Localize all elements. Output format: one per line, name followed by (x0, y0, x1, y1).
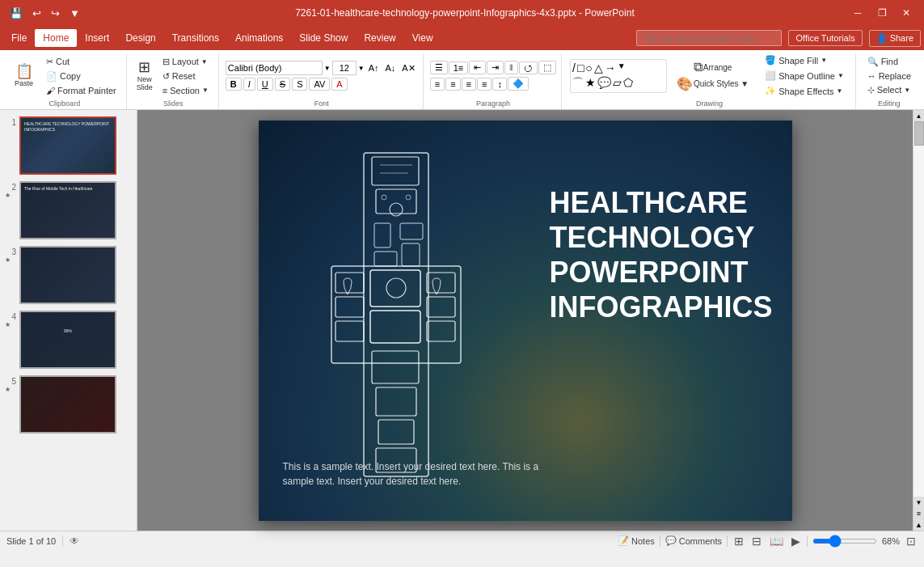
restore-button[interactable]: ❐ (871, 4, 893, 22)
convert-to-smartart-button[interactable]: 🔷 (508, 77, 529, 91)
fit-slide-button[interactable]: ⊡ (905, 535, 918, 548)
notes-button[interactable]: 📝 Notes (618, 535, 655, 546)
layout-button[interactable]: ⊟ Layout ▼ (158, 55, 213, 69)
shadow-button[interactable]: S (292, 78, 307, 91)
shape-more[interactable]: ▼ (618, 61, 626, 74)
align-left-button[interactable]: ≡ (430, 78, 445, 91)
minimize-button[interactable]: ─ (846, 4, 869, 22)
slide-sorter-button[interactable]: ⊟ (750, 535, 763, 548)
slide-thumb-1[interactable]: 1 HEALTHCARE TECHNOLOGY POWERPOINT INFOG… (5, 116, 132, 175)
bold-button[interactable]: B (226, 78, 242, 91)
scroll-more-button[interactable]: ≡ (913, 508, 924, 519)
shape-star[interactable]: ★ (585, 76, 596, 91)
align-center-button[interactable]: ≡ (445, 78, 460, 91)
shape-outline-button[interactable]: ⬜ Shape Outline ▼ (760, 69, 849, 83)
save-button[interactable]: 💾 (6, 6, 26, 21)
increase-font-button[interactable]: A↑ (366, 62, 382, 74)
increase-indent-button[interactable]: ⇥ (487, 61, 504, 74)
zoom-slider[interactable] (812, 539, 877, 544)
format-painter-button[interactable]: 🖌 Format Painter (41, 84, 121, 97)
normal-view-button[interactable]: ⊞ (732, 535, 745, 548)
shape-triangle[interactable]: △ (594, 61, 603, 74)
shape-rect[interactable]: □ (577, 61, 584, 74)
collapse-panel-button[interactable]: ▲ (913, 519, 924, 531)
slide-preview-3[interactable] (19, 246, 116, 304)
copy-button[interactable]: 📄 Copy (41, 70, 121, 83)
menu-file[interactable]: File (3, 29, 35, 47)
shape-curve[interactable]: ⌒ (572, 76, 584, 91)
find-button[interactable]: 🔍 Find (863, 55, 916, 69)
slide-thumb-4[interactable]: 4 ★ 99% (5, 311, 132, 369)
office-tutorials-button[interactable]: Office Tutorials (788, 30, 862, 46)
slideshow-button[interactable]: ▶ (790, 535, 802, 548)
char-spacing-button[interactable]: AV (309, 78, 330, 91)
replace-button[interactable]: ↔ Replace (863, 70, 916, 83)
share-button[interactable]: 👤 Share (869, 30, 921, 47)
slide-thumb-3[interactable]: 3 ★ (5, 246, 132, 304)
slide-preview-5[interactable] (19, 375, 116, 434)
font-name-input[interactable] (226, 61, 323, 75)
bullets-button[interactable]: ☰ (430, 61, 448, 74)
close-button[interactable]: ✕ (895, 4, 918, 22)
undo-button[interactable]: ↩ (29, 6, 44, 21)
decrease-font-button[interactable]: A↓ (383, 62, 399, 74)
menu-view[interactable]: View (404, 29, 441, 47)
select-button[interactable]: ⊹ Select ▼ (863, 83, 916, 97)
decrease-indent-button[interactable]: ⇤ (469, 61, 486, 74)
scroll-down-button[interactable]: ▼ (913, 497, 924, 508)
font-color-button[interactable]: A (331, 78, 347, 91)
reset-button[interactable]: ↺ Reset (158, 70, 213, 83)
quick-styles-button[interactable]: 🎨 Quick Styles ▼ (672, 76, 753, 91)
slide-thumb-5[interactable]: 5 ★ (5, 375, 132, 434)
shape-arrow[interactable]: → (605, 61, 616, 74)
paste-button[interactable]: 📋 Paste (8, 62, 40, 89)
underline-button[interactable]: U (257, 78, 273, 91)
shape-fill-button[interactable]: 🪣 Shape Fill ▼ (760, 53, 849, 67)
slide-preview-1[interactable]: HEALTHCARE TECHNOLOGY POWERPOINT INFOGRA… (19, 116, 116, 175)
arrange-button[interactable]: ⧉ Arrange (672, 60, 753, 74)
new-slide-button[interactable]: ⊞ NewSlide (133, 58, 156, 93)
menu-review[interactable]: Review (356, 29, 403, 47)
shape-callout[interactable]: 💬 (597, 76, 611, 91)
numbering-button[interactable]: 1≡ (449, 61, 469, 74)
shape-line[interactable]: / (572, 61, 576, 74)
shape-circle[interactable]: ○ (585, 61, 592, 74)
italic-button[interactable]: I (243, 78, 255, 91)
slide-preview-2[interactable]: The Rise of Mobile Tech in Healthcare (19, 181, 116, 239)
menu-transitions[interactable]: Transitions (164, 29, 227, 47)
shape-parallelogram[interactable]: ▱ (613, 76, 622, 91)
section-label: Section (170, 86, 200, 95)
font-size-dropdown[interactable]: ▼ (358, 65, 365, 72)
section-button[interactable]: ≡ Section ▼ (158, 84, 213, 97)
menu-design[interactable]: Design (117, 29, 163, 47)
format-painter-icon: 🖌 (46, 86, 55, 95)
cut-button[interactable]: ✂ Cut (41, 55, 121, 69)
menu-home[interactable]: Home (35, 29, 77, 47)
scroll-thumb[interactable] (914, 121, 924, 146)
shape-effects-button[interactable]: ✨ Shape Effects ▼ (760, 84, 849, 98)
menu-insert[interactable]: Insert (77, 29, 117, 47)
menu-slideshow[interactable]: Slide Show (291, 29, 356, 47)
smart-art-button[interactable]: ⬚ (538, 61, 556, 74)
slide-panel[interactable]: 1 HEALTHCARE TECHNOLOGY POWERPOINT INFOG… (0, 110, 137, 531)
align-right-button[interactable]: ≡ (462, 78, 476, 91)
clear-format-button[interactable]: A✕ (399, 62, 417, 74)
scroll-up-button[interactable]: ▲ (913, 110, 924, 121)
tell-me-search[interactable] (636, 30, 782, 46)
slide-canvas[interactable]: HEALTHCARE TECHNOLOGY POWERPOINT INFOGRA… (259, 121, 792, 521)
slide-thumb-2[interactable]: 2 ★ The Rise of Mobile Tech in Healthcar… (5, 181, 132, 239)
redo-button[interactable]: ↪ (48, 6, 63, 21)
justify-button[interactable]: ≡ (477, 78, 492, 91)
text-direction-button[interactable]: ⭯ (519, 61, 538, 74)
comments-button[interactable]: 💬 Comments (665, 535, 722, 546)
line-spacing-button[interactable]: ↕ (492, 78, 507, 91)
shape-pentagon[interactable]: ⬠ (623, 76, 633, 91)
reading-view-button[interactable]: 📖 (768, 535, 785, 548)
font-size-input[interactable] (332, 61, 357, 75)
strikethrough-button[interactable]: S (275, 78, 290, 91)
font-name-dropdown[interactable]: ▼ (324, 65, 331, 72)
customize-qat-button[interactable]: ▼ (66, 6, 83, 21)
columns-button[interactable]: ⫴ (504, 61, 518, 74)
slide-preview-4[interactable]: 99% (19, 311, 116, 369)
menu-animations[interactable]: Animations (227, 29, 291, 47)
